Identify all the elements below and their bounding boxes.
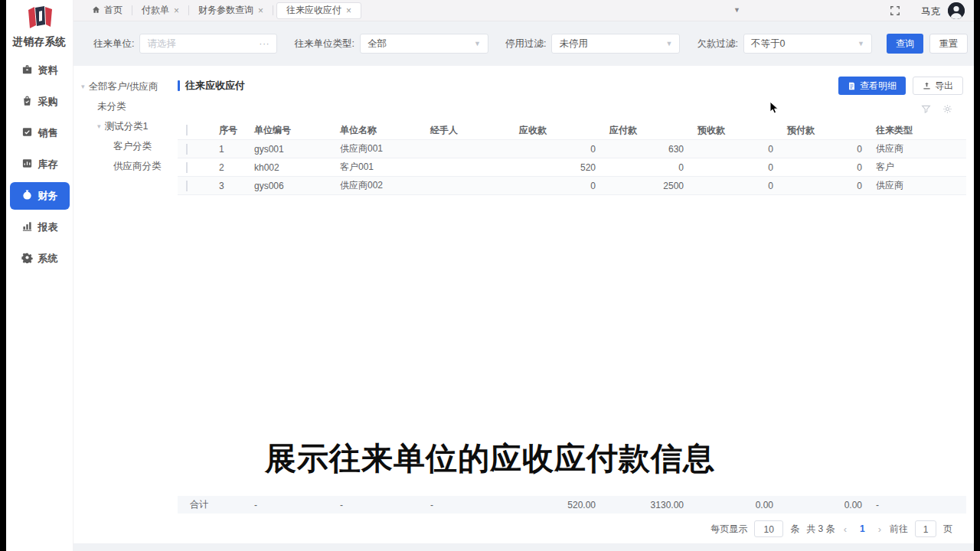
summary-cell: 0.00 (685, 500, 775, 510)
table-cell: 供应商 (864, 142, 966, 155)
tree-item-测试分类1[interactable]: ▾测试分类1 (74, 116, 176, 136)
sidebar-item-库存[interactable]: 库存 (10, 151, 70, 178)
table-row[interactable]: 1gys001供应商001063000供应商 (178, 140, 966, 158)
reset-button[interactable]: 重置 (929, 34, 968, 54)
tree-item-客户分类[interactable]: 客户分类 (74, 136, 176, 156)
sidebar-item-采购[interactable]: 采购 (10, 88, 70, 116)
filter-icon[interactable] (921, 104, 931, 114)
table-cell: 630 (597, 144, 685, 155)
sidebar-item-label: 库存 (38, 158, 58, 171)
prev-page-icon[interactable]: ‹ (842, 523, 848, 535)
money-bag-icon (21, 189, 33, 203)
per-page-select[interactable]: 10 (754, 520, 783, 537)
table-cell: 0 (685, 144, 775, 155)
sidebar-item-label: 资料 (38, 64, 58, 77)
app-title: 进销存系统 (6, 35, 73, 49)
summary-cell: 0.00 (775, 500, 864, 510)
view-detail-button[interactable]: 查看明细 (838, 77, 906, 95)
page-title: 往来应收应付 (185, 79, 245, 93)
tab-list: 首页付款单×财务参数查询×往来应收应付× (83, 0, 364, 21)
tab-付款单[interactable]: 付款单× (132, 0, 188, 21)
column-header: 往来类型 (864, 124, 966, 137)
screen-frame: 进销存系统 资料采购销售库存财务报表系统 首页付款单×财务参数查询×往来应收应付… (0, 0, 980, 551)
table-cell: 0 (597, 162, 685, 173)
unit-type-label: 往来单位类型: (294, 37, 354, 51)
debt-filter-select[interactable]: 不等于0 ▼ (743, 34, 872, 54)
tree-item-label: 未分类 (97, 100, 126, 113)
tab-label: 付款单 (142, 4, 169, 17)
receivable-payable-table: 序号单位编号单位名称经手人应收款应付款预收款预付款往来类型1gys001供应商0… (178, 121, 966, 195)
tree-item-未分类[interactable]: 未分类 (74, 96, 176, 116)
table-cell: kh002 (242, 162, 328, 173)
table-summary-row: 合计---520.003130.000.000.00- (178, 496, 966, 514)
more-icon: ··· (259, 39, 270, 48)
summary-cell: - (242, 500, 328, 510)
fullscreen-icon[interactable] (890, 5, 900, 19)
column-header: 单位编号 (242, 124, 328, 137)
main-sidebar: 进销存系统 资料采购销售库存财务报表系统 (6, 0, 74, 551)
table-cell: 2500 (597, 181, 685, 191)
column-header: 应付款 (597, 124, 685, 137)
user-avatar[interactable] (948, 2, 965, 19)
tab-divider (273, 5, 273, 15)
chevron-down-icon[interactable]: ▼ (733, 6, 740, 14)
column-header: 经手人 (418, 124, 507, 137)
tab-label: 往来应收应付 (286, 4, 341, 17)
row-checkbox[interactable] (186, 144, 188, 155)
unit-label: 条 (790, 523, 799, 536)
debt-filter-label: 欠款过滤: (697, 37, 737, 51)
sidebar-item-报表[interactable]: 报表 (10, 214, 70, 241)
tree-item-label: 测试分类1 (105, 120, 149, 133)
per-page-label: 每页显示 (710, 523, 747, 536)
current-page[interactable]: 1 (855, 523, 870, 534)
unit-picker-input[interactable]: 请选择 ··· (139, 34, 277, 54)
next-page-icon[interactable]: › (877, 523, 883, 535)
summary-cell: - (328, 500, 418, 510)
sidebar-item-label: 报表 (38, 220, 58, 234)
table-cell: 520 (507, 162, 597, 173)
caret-down-icon[interactable]: ▾ (97, 122, 101, 130)
caret-down-icon[interactable]: ▾ (81, 83, 85, 90)
tab-财务参数查询[interactable]: 财务参数查询× (189, 0, 273, 21)
tree-item-供应商分类[interactable]: 供应商分类 (74, 156, 176, 176)
gear-icon[interactable] (942, 104, 952, 114)
close-icon[interactable]: × (258, 6, 263, 15)
close-icon[interactable]: × (174, 6, 179, 15)
tree-item-label: 客户分类 (113, 140, 152, 153)
table-row[interactable]: 3gys006供应商0020250000供应商 (178, 177, 966, 195)
sidebar-item-系统[interactable]: 系统 (10, 245, 70, 272)
username[interactable]: 马克 (921, 5, 940, 18)
row-checkbox[interactable] (186, 162, 188, 173)
row-select-cell (178, 144, 207, 155)
select-all-checkbox[interactable] (186, 125, 188, 135)
tab-往来应收应付[interactable]: 往来应收应付× (276, 2, 361, 19)
sidebar-item-销售[interactable]: 销售 (10, 119, 70, 147)
close-icon[interactable]: × (346, 6, 351, 15)
category-tree: ▾全部客户/供应商未分类▾测试分类1客户分类供应商分类 (74, 66, 176, 543)
tree-item-label: 全部客户/供应商 (89, 80, 158, 93)
sidebar-item-财务[interactable]: 财务 (10, 182, 70, 210)
export-icon (923, 82, 931, 90)
table-cell: 供应商001 (328, 142, 418, 155)
disabled-filter-select[interactable]: 未停用 ▼ (551, 34, 680, 54)
tree-item-全部客户/供应商[interactable]: ▾全部客户/供应商 (74, 77, 176, 96)
tab-首页[interactable]: 首页 (83, 0, 132, 21)
bar-chart-icon (21, 220, 33, 234)
pagination: 每页显示 10 条 共 3 条 ‹ 1 › 前往 1 页 (710, 520, 952, 537)
page-label: 页 (943, 523, 952, 536)
sidebar-nav: 资料采购销售库存财务报表系统 (6, 57, 73, 272)
table-row[interactable]: 2kh002客户001520000客户 (178, 158, 966, 177)
summary-cell: - (864, 500, 966, 510)
chevron-down-icon: ▼ (474, 40, 481, 47)
table-cell: 供应商 (864, 179, 966, 192)
unit-type-select[interactable]: 全部 ▼ (360, 34, 488, 54)
search-button[interactable]: 查询 (887, 34, 923, 54)
gear-icon (21, 252, 33, 266)
table-cell: 0 (775, 144, 864, 155)
row-checkbox[interactable] (186, 181, 188, 191)
sidebar-item-资料[interactable]: 资料 (10, 57, 70, 84)
sales-icon (21, 126, 33, 140)
goto-page-input[interactable]: 1 (915, 520, 936, 537)
export-button[interactable]: 导出 (913, 77, 963, 95)
table-cell: 客户001 (328, 161, 418, 174)
